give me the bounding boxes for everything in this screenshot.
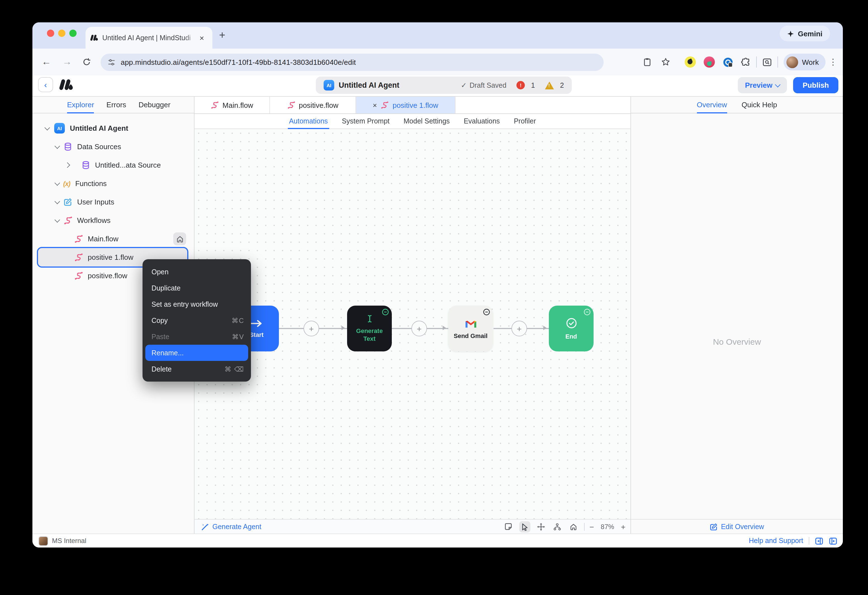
- add-step-button[interactable]: +: [304, 321, 319, 336]
- traffic-close-button[interactable]: [47, 29, 54, 37]
- back-icon[interactable]: ←: [39, 56, 54, 68]
- workflow-icon: [287, 101, 295, 109]
- menu-item-rename[interactable]: Rename...: [145, 345, 248, 361]
- node-status-icon[interactable]: [483, 308, 490, 316]
- note-icon: [504, 522, 512, 531]
- tree-item-workflows[interactable]: Workflows: [32, 211, 194, 230]
- tab-errors[interactable]: Errors: [106, 97, 126, 113]
- chevron-right-icon[interactable]: [65, 162, 70, 168]
- menu-item-copy[interactable]: Copy ⌘C: [143, 312, 251, 328]
- publish-button[interactable]: Publish: [793, 77, 838, 93]
- generate-agent-button[interactable]: Generate Agent: [201, 523, 261, 530]
- extensions-puzzle-icon[interactable]: [741, 57, 751, 67]
- tab-close-icon[interactable]: ×: [199, 33, 204, 42]
- warning-badge-icon[interactable]: !: [545, 81, 554, 89]
- arrowhead-icon: [341, 326, 345, 330]
- chevron-down-icon[interactable]: [55, 198, 60, 204]
- node-end[interactable]: End: [549, 306, 593, 351]
- ai-badge: AI: [54, 123, 65, 134]
- traffic-zoom-button[interactable]: [69, 29, 77, 37]
- browser-menu-icon[interactable]: ⋮: [829, 57, 837, 67]
- zoom-out-button[interactable]: −: [589, 522, 594, 531]
- zoom-in-button[interactable]: +: [621, 522, 626, 531]
- error-count: 1: [531, 81, 535, 89]
- function-icon: (x): [63, 180, 70, 187]
- new-tab-button[interactable]: +: [219, 29, 225, 41]
- chevron-down-icon[interactable]: [55, 217, 60, 222]
- help-support-link[interactable]: Help and Support: [749, 537, 803, 545]
- screenshot-icon[interactable]: [643, 57, 652, 66]
- address-bar[interactable]: app.mindstudio.ai/agents/e150df71-10f1-4…: [100, 54, 604, 71]
- gemini-spark-icon: [787, 30, 794, 37]
- tab-overview[interactable]: Overview: [697, 97, 727, 113]
- side-panel-search-icon[interactable]: [762, 57, 772, 67]
- reload-icon[interactable]: [82, 57, 91, 66]
- forward-icon[interactable]: →: [60, 56, 74, 68]
- expand-panel-right-icon[interactable]: [815, 537, 823, 545]
- flow-tab-positive1[interactable]: × positive 1.flow: [356, 97, 456, 113]
- sticky-note-tool[interactable]: [503, 521, 514, 532]
- select-tool[interactable]: [519, 521, 530, 532]
- traffic-minimize-button[interactable]: [58, 29, 65, 37]
- tab-debugger[interactable]: Debugger: [139, 97, 170, 113]
- gmail-icon: [464, 318, 477, 328]
- gemini-button[interactable]: Gemini: [780, 26, 830, 41]
- chevron-down-icon[interactable]: [44, 125, 50, 130]
- browser-tab[interactable]: Untitled AI Agent | MindStudi ×: [86, 27, 213, 49]
- browser-window: Untitled AI Agent | MindStudi × + Gemini…: [32, 22, 843, 548]
- canvas-toolbar: Generate Agent − 87% +: [195, 519, 630, 533]
- app-back-button[interactable]: ‹: [38, 77, 53, 92]
- profile-chip[interactable]: Work: [784, 54, 825, 71]
- password-lock-icon[interactable]: [723, 57, 733, 67]
- tree-item-data-source[interactable]: Untitled...ata Source: [32, 156, 194, 174]
- add-step-button[interactable]: +: [411, 321, 427, 336]
- preview-button[interactable]: Preview: [738, 77, 787, 93]
- shortcut-label: ⌘ ⌫: [224, 365, 244, 373]
- workflow-canvas[interactable]: + + + Start Generate Text: [195, 129, 630, 519]
- sidebar-tabs: Explorer Errors Debugger: [32, 97, 194, 113]
- subtab-profiler[interactable]: Profiler: [514, 114, 536, 128]
- tab-explorer[interactable]: Explorer: [67, 97, 94, 113]
- tree-item-functions[interactable]: (x) Functions: [32, 174, 194, 193]
- tune-icon[interactable]: [107, 58, 116, 66]
- agent-title-pill[interactable]: AI Untitled AI Agent ✓ Draft Saved ! 1 !…: [316, 77, 572, 94]
- node-status-icon[interactable]: [382, 308, 389, 316]
- wand-icon: [201, 523, 209, 530]
- node-generate-text[interactable]: Generate Text: [347, 306, 392, 351]
- node-status-icon[interactable]: [583, 308, 591, 316]
- flow-tab-positive[interactable]: positive.flow: [270, 97, 356, 113]
- bookmark-star-icon[interactable]: [661, 57, 670, 66]
- tree-item-user-inputs[interactable]: User Inputs: [32, 193, 194, 211]
- menu-item-delete[interactable]: Delete ⌘ ⌫: [143, 361, 251, 377]
- subtab-automations[interactable]: Automations: [289, 114, 328, 128]
- node-send-gmail[interactable]: Send Gmail: [448, 306, 493, 351]
- chevron-down-icon[interactable]: [55, 180, 60, 186]
- move-icon: [537, 523, 545, 530]
- edit-overview-button[interactable]: Edit Overview: [631, 519, 843, 533]
- menu-item-set-entry-workflow[interactable]: Set as entry workflow: [143, 296, 251, 312]
- agent-title: Untitled AI Agent: [339, 81, 399, 89]
- tree-item-agent[interactable]: AI Untitled AI Agent: [32, 119, 194, 137]
- tab-quick-help[interactable]: Quick Help: [742, 97, 777, 113]
- flow-tab-main[interactable]: Main.flow: [195, 97, 270, 113]
- fit-view-tool[interactable]: [568, 521, 579, 532]
- tree-item-main-flow[interactable]: Main.flow: [32, 230, 194, 248]
- extension-pink-icon[interactable]: [704, 56, 715, 68]
- tree-item-data-sources[interactable]: Data Sources: [32, 137, 194, 156]
- app-header: ‹ AI Untitled AI Agent ✓ Draft Saved ! 1…: [32, 75, 843, 97]
- collapse-panel-icon[interactable]: [829, 537, 837, 545]
- error-badge-icon[interactable]: !: [517, 81, 525, 89]
- subtab-system-prompt[interactable]: System Prompt: [342, 114, 390, 128]
- extension-yellow-icon[interactable]: [685, 56, 696, 68]
- subtab-evaluations[interactable]: Evaluations: [464, 114, 500, 128]
- add-step-button[interactable]: +: [511, 321, 527, 336]
- pan-tool[interactable]: [535, 521, 546, 532]
- auto-layout-tool[interactable]: [551, 521, 562, 532]
- menu-item-duplicate[interactable]: Duplicate: [143, 280, 251, 296]
- menu-item-open[interactable]: Open: [143, 264, 251, 280]
- chevron-down-icon[interactable]: [55, 143, 60, 149]
- url-text[interactable]: app.mindstudio.ai/agents/e150df71-10f1-4…: [121, 58, 356, 66]
- subtab-model-settings[interactable]: Model Settings: [403, 114, 450, 128]
- close-icon[interactable]: ×: [373, 101, 377, 109]
- entry-workflow-home-button[interactable]: [173, 233, 186, 245]
